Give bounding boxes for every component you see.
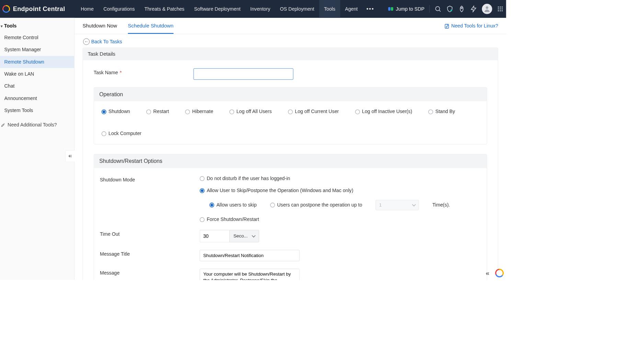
svg-point-2 (436, 7, 440, 11)
topnav-right: Jump to SDP (388, 4, 503, 14)
tab-shutdown-now[interactable]: Shutdown Now (83, 23, 117, 34)
mode-sub-options: Allow users to skip Users can postpone t… (209, 200, 450, 210)
sidebar-need-tools-label: Need Additional Tools? (8, 122, 57, 128)
sidebar-need-tools[interactable]: Need Additional Tools? (0, 118, 74, 132)
operation-restart[interactable]: Restart (146, 109, 169, 115)
radio-icon (288, 109, 293, 114)
tools-icon (1, 122, 5, 127)
nav-items: Home Configurations Threats & Patches So… (76, 0, 378, 18)
postpone-count-value: 1 (379, 202, 382, 208)
sidebar-collapse-toggle[interactable] (65, 150, 74, 162)
nav-configurations[interactable]: Configurations (99, 0, 140, 18)
svg-point-12 (500, 8, 501, 9)
task-name-input[interactable] (194, 68, 294, 80)
timeout-wrap: Seco... (200, 230, 259, 242)
apps-grid-icon[interactable] (497, 6, 504, 12)
search-icon[interactable] (434, 5, 441, 12)
rocket-icon[interactable] (458, 5, 465, 12)
radio-icon (200, 176, 205, 181)
sidebar-item-system-manager[interactable]: System Manager (0, 44, 74, 56)
operation-lock[interactable]: Lock Computer (102, 131, 141, 136)
mode-force[interactable]: Force Shutdown/Restart (200, 216, 450, 222)
back-to-tasks-link[interactable]: ← Back To Tasks (83, 37, 498, 47)
sidebar-item-wake-on-lan[interactable]: Wake on LAN (0, 68, 74, 80)
bolt-icon[interactable] (470, 5, 477, 12)
radio-icon (200, 188, 205, 193)
back-to-tasks-label: Back To Tasks (91, 39, 122, 45)
required-indicator: * (118, 70, 122, 76)
user-avatar[interactable] (482, 4, 492, 14)
nav-threats-patches[interactable]: Threats & Patches (140, 0, 189, 18)
sidebar: ▾ Tools Remote Control System Manager Re… (0, 18, 74, 280)
task-name-row: Task Name * (94, 68, 487, 80)
sidebar-heading[interactable]: ▾ Tools (0, 21, 74, 32)
collapse-right-icon[interactable]: « (483, 268, 492, 278)
mode-do-not-disturb[interactable]: Do not disturb if the user has logged-in (200, 176, 450, 181)
sidebar-item-remote-control[interactable]: Remote Control (0, 32, 74, 44)
radio-icon (146, 109, 151, 114)
nav-agent[interactable]: Agent (340, 0, 363, 18)
operation-logoff-current[interactable]: Log off Current User (288, 109, 339, 115)
svg-point-15 (500, 10, 501, 11)
divider (429, 5, 430, 13)
svg-point-11 (498, 8, 499, 9)
timeout-unit-select[interactable]: Seco... (229, 230, 259, 242)
svg-point-4 (450, 10, 452, 11)
shutdown-mode-label: Shutdown Mode (100, 176, 200, 183)
operation-logoff-all[interactable]: Log off All Users (229, 109, 272, 115)
operation-shutdown[interactable]: Shutdown (102, 109, 130, 115)
shield-icon[interactable] (446, 5, 453, 12)
tab-schedule-shutdown[interactable]: Schedule Shutdown (128, 23, 173, 34)
content: ← Back To Tasks Task Details Task Name *… (74, 34, 506, 280)
radio-icon (229, 109, 234, 114)
svg-point-9 (500, 7, 501, 8)
timeout-row: Time Out Seco... (100, 230, 481, 242)
svg-point-16 (502, 10, 503, 11)
sidebar-item-chat[interactable]: Chat (0, 80, 74, 92)
operation-standby[interactable]: Stand By (428, 109, 455, 115)
brand-name: Endpoint Central (13, 5, 65, 12)
message-title-input[interactable] (200, 250, 300, 261)
nav-home[interactable]: Home (76, 0, 99, 18)
brand-logo[interactable]: Endpoint Central (2, 5, 65, 13)
nav-tools[interactable]: Tools (319, 0, 340, 18)
mode-allow-skip-postpone[interactable]: Allow User to Skip/Postpone the Operatio… (200, 188, 450, 193)
svg-rect-0 (388, 7, 390, 11)
svg-marker-6 (471, 6, 476, 12)
app-logo-icon (2, 5, 10, 13)
tabs-bar: Shutdown Now Schedule Shutdown Need Tool… (74, 18, 506, 34)
sub-allow-skip[interactable]: Allow users to skip (209, 202, 257, 208)
jump-to-sdp-label: Jump to SDP (396, 6, 424, 12)
task-name-label: Task Name * (94, 68, 194, 76)
sidebar-item-system-tools[interactable]: System Tools (0, 104, 74, 116)
shutdown-mode-options: Do not disturb if the user has logged-in… (200, 176, 450, 222)
operation-logoff-inactive[interactable]: Log off Inactive User(s) (355, 109, 412, 115)
nav-os-deployment[interactable]: OS Deployment (275, 0, 319, 18)
sub-postpone[interactable]: Users can postpone the operation up to (270, 202, 362, 208)
msg-title-row: Message Title (100, 250, 481, 261)
postpone-count-select: 1 (376, 200, 419, 210)
user-icon (483, 5, 491, 13)
main-content: Shutdown Now Schedule Shutdown Need Tool… (74, 18, 506, 280)
svg-point-10 (502, 7, 503, 8)
operation-hibernate[interactable]: Hibernate (185, 109, 213, 115)
sidebar-item-remote-shutdown[interactable]: Remote Shutdown (0, 56, 74, 68)
shutdown-options-panel: Shutdown/Restart Options Shutdown Mode D… (94, 154, 487, 280)
timeout-input[interactable] (200, 230, 229, 242)
top-nav: Endpoint Central Home Configurations Thr… (0, 0, 506, 18)
radio-icon (102, 109, 106, 114)
radio-icon (185, 109, 190, 114)
need-linux-tools-label: Need Tools for Linux? (451, 23, 498, 29)
nav-inventory[interactable]: Inventory (245, 0, 275, 18)
chevron-down-icon (412, 202, 416, 206)
app-logo-small-icon[interactable] (495, 268, 504, 278)
sidebar-item-announcement[interactable]: Announcement (0, 92, 74, 104)
svg-point-5 (461, 8, 462, 9)
nav-more[interactable]: ••• (363, 0, 378, 18)
msg-title-label: Message Title (100, 250, 200, 257)
message-textarea[interactable] (200, 269, 300, 280)
nav-software-deployment[interactable]: Software Deployment (189, 0, 245, 18)
svg-rect-1 (391, 7, 393, 11)
jump-to-sdp[interactable]: Jump to SDP (388, 6, 424, 12)
need-linux-tools-link[interactable]: Need Tools for Linux? (444, 23, 498, 33)
